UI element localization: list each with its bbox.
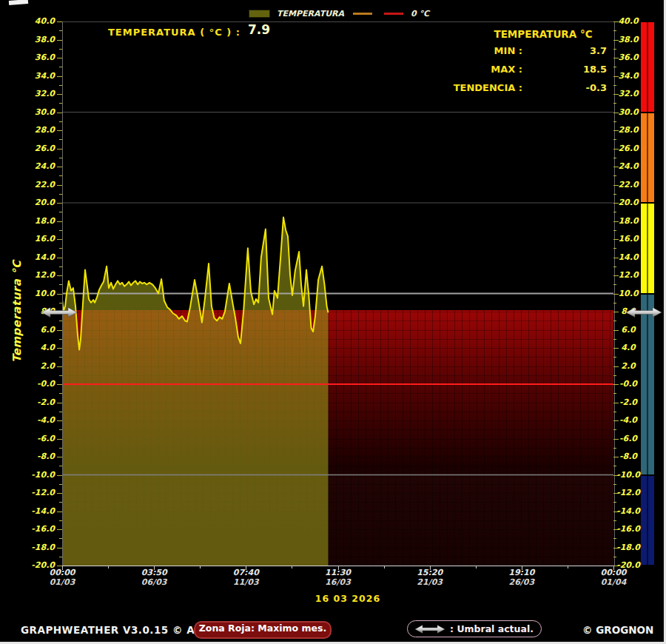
y-axis-label-right: -10.0 [616, 470, 640, 480]
x-label-date: 01/03 [38, 577, 86, 587]
x-axis-label: 07:4011/03 [222, 568, 269, 587]
legend-zero-label: 0 °C [411, 9, 429, 19]
y-axis-label-left: -14.0 [25, 506, 55, 516]
y-tick-left [57, 40, 62, 41]
x-axis-label: 15:2021/03 [406, 568, 454, 587]
y-tick-left [57, 94, 62, 95]
y-tick-left [57, 420, 62, 421]
x-minor-tick [384, 566, 385, 568]
y-axis-label-right: -8.0 [616, 452, 640, 461]
y-tick-left [59, 175, 62, 176]
current-temperature-label: TEMPERATURA ( °C ) : [108, 27, 240, 38]
y-tick-left [59, 49, 62, 50]
x-label-date: 16/03 [314, 577, 362, 587]
y-tick-left [59, 303, 62, 303]
y-tick-right [613, 212, 616, 212]
y-axis-label-right: 26.0 [616, 144, 640, 153]
stat-trend-label: TENDENCIA : [435, 82, 522, 93]
stat-max-label: MAX : [435, 64, 522, 75]
y-tick-left [59, 466, 62, 466]
y-tick-left [57, 21, 62, 22]
y-tick-left [57, 348, 62, 349]
double-arrow-icon [415, 625, 445, 634]
stat-row-max: MAX : 18.5 [435, 64, 607, 75]
y-tick-right [613, 248, 616, 249]
y-axis-label-left: 26.0 [25, 144, 55, 153]
y-tick-left [57, 403, 62, 403]
y-axis-label-left: 10.0 [25, 289, 55, 298]
stats-panel: TEMPERATURA °C MIN : 3.7 MAX : 18.5 TEND… [435, 28, 607, 101]
y-axis-label-left: 14.0 [25, 252, 55, 262]
y-axis-label-left: 4.0 [25, 343, 55, 352]
screen-corner-artifact [9, 0, 28, 5]
y-tick-right [613, 520, 616, 521]
x-axis-label: 03:5006/03 [130, 568, 178, 587]
y-tick-left [59, 158, 62, 158]
y-tick-right [613, 393, 616, 394]
y-axis-label-left: -12.0 [25, 488, 55, 497]
temperature-area-fill [62, 218, 329, 566]
y-tick-left [57, 113, 62, 113]
y-tick-right [613, 412, 616, 412]
y-axis-label-right: 28.0 [616, 125, 640, 135]
y-tick-right [613, 103, 616, 104]
y-axis-label-left: -6.0 [25, 434, 55, 443]
y-tick-left [59, 484, 62, 485]
y-tick-right [613, 194, 616, 195]
colorbar-segment [641, 204, 654, 293]
y-tick-right [613, 175, 616, 176]
y-axis-label-right: 12.0 [616, 270, 640, 280]
y-axis-label-left: 28.0 [25, 125, 55, 135]
y-tick-left [59, 557, 62, 557]
x-label-time: 03:50 [130, 568, 178, 577]
x-label-date: 11/03 [222, 577, 269, 587]
y-tick-left [57, 258, 62, 258]
y-axis-label-left: 24.0 [25, 161, 55, 171]
y-axis-label-left: 6.0 [25, 325, 55, 335]
y-tick-left [57, 76, 62, 77]
y-tick-left [57, 511, 62, 512]
y-axis-label-right: -16.0 [616, 524, 640, 534]
y-tick-left [57, 58, 62, 58]
y-tick-left [59, 357, 62, 358]
y-tick-left [59, 520, 62, 521]
y-tick-left [59, 85, 62, 86]
y-axis-label-left: 18.0 [25, 216, 55, 226]
y-axis-label-left: 22.0 [25, 180, 55, 189]
x-label-time: 07:40 [222, 568, 269, 577]
y-axis-label-left: 36.0 [25, 53, 55, 62]
x-label-time: 00:00 [590, 568, 637, 577]
y-tick-right [613, 484, 616, 485]
y-axis-label-left: 2.0 [25, 361, 55, 371]
y-axis-label-right: 18.0 [616, 216, 640, 226]
y-tick-left [57, 330, 62, 331]
y-axis-label-left: -2.0 [25, 398, 55, 407]
y-axis-label-right: 2.0 [616, 361, 640, 371]
graphweather-window: TEMPERATURA 0 °C TEMPERATURA ( °C ) : 7.… [0, 0, 666, 644]
y-axis-label-right: 24.0 [616, 161, 640, 171]
y-tick-right [613, 30, 616, 31]
y-tick-left [59, 67, 62, 67]
y-tick-left [59, 284, 62, 285]
y-tick-left [59, 393, 62, 394]
y-axis-label-right: 32.0 [616, 89, 640, 98]
x-axis-label: 00:0001/04 [590, 568, 637, 587]
threshold-marker-left[interactable] [41, 307, 77, 318]
y-tick-left [57, 439, 62, 440]
y-axis-label-right: -12.0 [616, 488, 640, 497]
x-minor-tick [108, 566, 109, 568]
y-tick-left [59, 230, 62, 231]
y-axis-label-right: -14.0 [616, 506, 640, 516]
y-tick-left [59, 121, 62, 122]
x-label-date: 26/03 [498, 577, 545, 587]
y-tick-left [57, 130, 62, 131]
y-axis-label-right: 38.0 [616, 35, 640, 44]
threshold-marker-right[interactable] [626, 307, 662, 318]
threshold-legend-label: : Umbral actual. [450, 623, 534, 634]
y-tick-left [59, 103, 62, 104]
y-tick-left [57, 167, 62, 167]
y-axis-label-left: -16.0 [25, 524, 55, 534]
y-axis-label-right: -6.0 [616, 434, 640, 443]
y-axis-label-right: -2.0 [616, 398, 640, 407]
y-tick-left [59, 448, 62, 449]
